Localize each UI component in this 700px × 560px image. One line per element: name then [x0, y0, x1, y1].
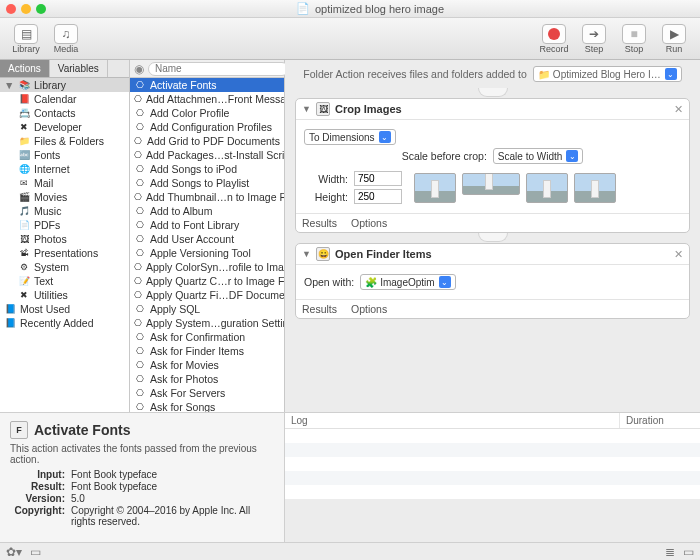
connector — [295, 88, 690, 98]
zoom-window-button[interactable] — [36, 4, 46, 14]
library-item[interactable]: 📇Contacts — [0, 106, 129, 120]
action-list-item[interactable]: ⎔Apple Versioning Tool — [130, 246, 284, 260]
media-label: Media — [54, 44, 79, 54]
library-item[interactable]: ✖Developer — [0, 120, 129, 134]
action-list-item[interactable]: ⎔Add Configuration Profiles — [130, 120, 284, 134]
library-item[interactable]: 🔤Fonts — [0, 148, 129, 162]
search-scope-icon[interactable]: ◉ — [134, 62, 144, 76]
run-toolbar-button[interactable]: ▶ Run — [654, 24, 694, 54]
crop-mode-label: To Dimensions — [309, 132, 375, 143]
toggle-info-button[interactable]: ▭ — [30, 545, 41, 559]
action-list-item[interactable]: ⎔Apply Quartz C…r to Image Files — [130, 274, 284, 288]
view-mode-flow-button[interactable]: ▭ — [683, 545, 694, 559]
action-list-item[interactable]: ⎔Add Color Profile — [130, 106, 284, 120]
remove-action-button[interactable]: ✕ — [674, 103, 683, 116]
action-icon: ⎔ — [134, 108, 146, 118]
action-icon: ⎔ — [134, 360, 146, 370]
results-tab[interactable]: Results — [302, 217, 337, 229]
category-icon: 🌐 — [18, 164, 30, 174]
action-list-item[interactable]: ⎔Ask for Movies — [130, 358, 284, 372]
library-item-label: Developer — [34, 121, 82, 133]
library-item[interactable]: 🎬Movies — [0, 190, 129, 204]
minimize-window-button[interactable] — [21, 4, 31, 14]
log-rows[interactable] — [285, 429, 700, 499]
library-item[interactable]: ✖Utilities — [0, 288, 129, 302]
scale-before-crop-popup[interactable]: Scale to Width ⌄ — [493, 148, 583, 164]
action-list-item[interactable]: ⎔Ask For Servers — [130, 386, 284, 400]
action-list-item[interactable]: ⎔Activate Fonts — [130, 78, 284, 92]
library-item[interactable]: ⚙System — [0, 260, 129, 274]
library-toolbar-button[interactable]: ▤ Library — [6, 24, 46, 54]
action-list-item[interactable]: ⎔Apply ColorSyn…rofile to Images — [130, 260, 284, 274]
disclosure-triangle-icon[interactable]: ▼ — [302, 249, 311, 259]
action-list-item[interactable]: ⎔Ask for Finder Items — [130, 344, 284, 358]
log-col-log[interactable]: Log — [285, 413, 620, 428]
run-label: Run — [666, 44, 683, 54]
action-crop-images[interactable]: ▼ 🖼 Crop Images ✕ To Dimensions ⌄ — [295, 98, 690, 233]
action-list-item[interactable]: ⎔Add Attachmen…Front Message — [130, 92, 284, 106]
tab-variables[interactable]: Variables — [50, 60, 108, 77]
receive-folder-popup[interactable]: 📁 Optimized Blog Hero I… ⌄ — [533, 66, 682, 82]
action-list-item[interactable]: ⎔Add User Account — [130, 232, 284, 246]
library-item-label: Mail — [34, 177, 53, 189]
library-item[interactable]: 📕Calendar — [0, 92, 129, 106]
record-toolbar-button[interactable]: Record — [534, 24, 574, 54]
info-desc: This action activates the fonts passed f… — [10, 443, 274, 465]
library-item[interactable]: 🖼Photos — [0, 232, 129, 246]
disclosure-triangle-icon[interactable]: ▼ — [4, 79, 14, 91]
width-field[interactable] — [354, 171, 402, 186]
tab-actions[interactable]: Actions — [0, 60, 50, 77]
remove-action-button[interactable]: ✕ — [674, 248, 683, 261]
library-item[interactable]: 📁Files & Folders — [0, 134, 129, 148]
action-open-finder-items[interactable]: ▼ 😀 Open Finder Items ✕ Open with: 🧩 Ima… — [295, 243, 690, 319]
action-info-panel: F Activate Fonts This action activates t… — [0, 413, 285, 542]
action-list-item[interactable]: ⎔Add to Album — [130, 204, 284, 218]
action-icon: ⎔ — [134, 136, 143, 146]
action-list-item[interactable]: ⎔Add Grid to PDF Documents — [130, 134, 284, 148]
library-item[interactable]: 📽Presentations — [0, 246, 129, 260]
library-smart-item[interactable]: 📘Recently Added — [0, 316, 129, 330]
search-input[interactable] — [148, 62, 289, 76]
options-tab[interactable]: Options — [351, 303, 387, 315]
view-mode-list-button[interactable]: ≣ — [665, 545, 675, 559]
height-field[interactable] — [354, 189, 402, 204]
action-list-item[interactable]: ⎔Add to Font Library — [130, 218, 284, 232]
crop-mode-popup[interactable]: To Dimensions ⌄ — [304, 129, 396, 145]
step-toolbar-button[interactable]: ➔ Step — [574, 24, 614, 54]
action-list-item[interactable]: ⎔Add Packages…st-Install Scripts — [130, 148, 284, 162]
action-title: Crop Images — [335, 103, 669, 115]
stop-toolbar-button[interactable]: ■ Stop — [614, 24, 654, 54]
info-result-key: Result: — [10, 481, 65, 492]
options-tab[interactable]: Options — [351, 217, 387, 229]
library-item[interactable]: 📝Text — [0, 274, 129, 288]
log-panel: Log Duration — [285, 413, 700, 499]
category-icon: ✉ — [18, 178, 30, 188]
media-toolbar-button[interactable]: ♫ Media — [46, 24, 86, 54]
crop-preview-thumbnails — [414, 173, 616, 203]
library-smart-item[interactable]: 📘Most Used — [0, 302, 129, 316]
disclosure-triangle-icon[interactable]: ▼ — [302, 104, 311, 114]
action-list-item[interactable]: ⎔Add Thumbnail…n to Image Files — [130, 190, 284, 204]
open-with-popup[interactable]: 🧩 ImageOptim ⌄ — [360, 274, 455, 290]
gear-menu-button[interactable]: ✿▾ — [6, 545, 22, 559]
results-tab[interactable]: Results — [302, 303, 337, 315]
action-list-item[interactable]: ⎔Add Songs to Playlist — [130, 176, 284, 190]
toolbar: ▤ Library ♫ Media Record ➔ Step ■ Stop ▶… — [0, 18, 700, 60]
action-list-item[interactable]: ⎔Apply Quartz Fi…DF Documents — [130, 288, 284, 302]
action-icon: ⎔ — [134, 206, 146, 216]
library-item[interactable]: 📄PDFs — [0, 218, 129, 232]
library-root[interactable]: ▼ 📚 Library — [0, 78, 129, 92]
library-item[interactable]: ✉Mail — [0, 176, 129, 190]
action-list-item[interactable]: ⎔Ask for Photos — [130, 372, 284, 386]
log-col-duration[interactable]: Duration — [620, 413, 700, 428]
library-item[interactable]: 🌐Internet — [0, 162, 129, 176]
action-list-item[interactable]: ⎔Apply System…guration Settings — [130, 316, 284, 330]
close-window-button[interactable] — [6, 4, 16, 14]
category-icon: 📽 — [18, 248, 30, 258]
library-item[interactable]: 🎵Music — [0, 204, 129, 218]
action-list-item[interactable]: ⎔Add Songs to iPod — [130, 162, 284, 176]
category-icon: ✖ — [18, 122, 30, 132]
action-list-item[interactable]: ⎔Apply SQL — [130, 302, 284, 316]
action-list-item[interactable]: ⎔Ask for Confirmation — [130, 330, 284, 344]
category-icon: 📇 — [18, 108, 30, 118]
